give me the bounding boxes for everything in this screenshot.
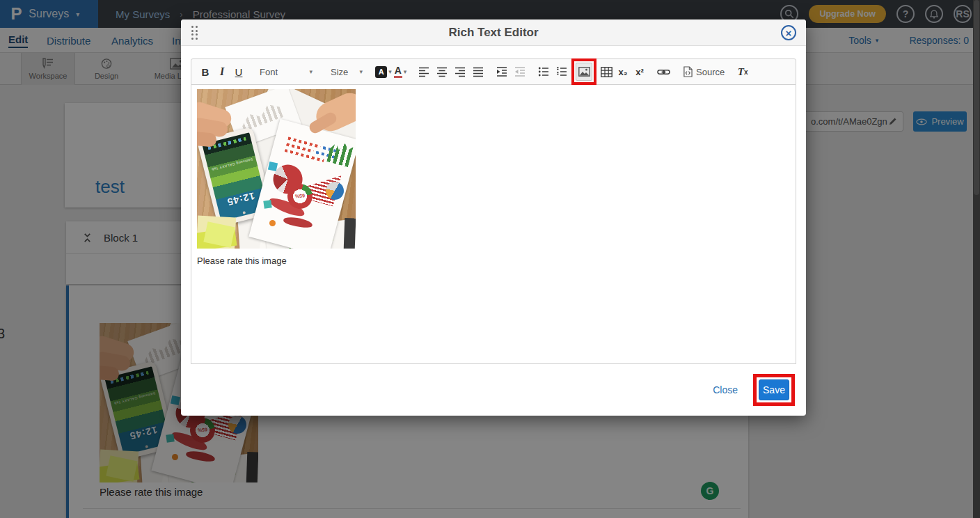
underline-button[interactable]: U [230, 63, 247, 81]
save-button-highlight: Save [753, 374, 795, 406]
text-color-chip: A [394, 65, 402, 78]
caret-down-icon: ▾ [359, 68, 363, 75]
editor-text[interactable]: Please rate this image [197, 256, 790, 266]
chart-sketch [238, 100, 283, 132]
app-window: P Surveys ▾ My Surveys › Professional Su… [0, 0, 980, 518]
editor-content-area[interactable]: Samsung GALAXY Tab 12:45 [191, 85, 796, 364]
background-color-button[interactable]: A ▾ [375, 63, 392, 81]
background-color-chip: A [375, 66, 387, 78]
bar-chart-green [326, 140, 354, 167]
indent-button[interactable] [493, 63, 510, 81]
align-center-button[interactable] [434, 63, 450, 81]
sticker-dot [269, 220, 276, 226]
image-button-highlight [571, 58, 596, 85]
modal-close-icon[interactable]: × [781, 25, 796, 40]
align-right-button[interactable] [452, 63, 468, 81]
justify-button[interactable] [470, 63, 487, 81]
italic-button[interactable]: I [214, 63, 230, 81]
superscript-button[interactable]: x² [631, 63, 648, 81]
drag-handle-icon[interactable] [191, 26, 198, 40]
modal-footer: Close Save [181, 364, 806, 416]
remove-format-t: T [738, 66, 744, 78]
source-doc-icon [683, 66, 693, 77]
font-dropdown[interactable]: Font ▾ [255, 63, 317, 81]
save-button[interactable]: Save [759, 379, 789, 400]
remove-format-x: x [744, 68, 748, 76]
image-button[interactable] [576, 63, 592, 81]
modal-header: Rich Text Editor × [181, 19, 806, 46]
donut-label: 65% [286, 182, 313, 210]
editor-image[interactable]: Samsung GALAXY Tab 12:45 [197, 89, 356, 249]
close-button[interactable]: Close [713, 384, 738, 395]
home-button [242, 211, 246, 214]
size-dropdown[interactable]: Size ▾ [326, 63, 367, 81]
numbered-list-button[interactable] [553, 63, 570, 81]
donut-chart: 65% [285, 181, 315, 212]
caret-down-icon: ▾ [404, 68, 407, 75]
area-chart [283, 216, 313, 228]
align-left-button[interactable] [416, 63, 432, 81]
laptop-edge [343, 218, 356, 249]
source-button-label: Source [696, 67, 725, 77]
source-button[interactable]: Source [680, 63, 727, 81]
link-button[interactable] [655, 63, 672, 81]
bold-button[interactable]: B [197, 63, 214, 81]
device-label: Samsung GALAXY Tab [208, 157, 256, 173]
modal-title: Rich Text Editor [181, 19, 806, 46]
subscript-button[interactable]: x₂ [615, 63, 631, 81]
modal-body: B I U Font ▾ Size ▾ A ▾ A ▾ [181, 58, 806, 364]
bullet-list-button[interactable] [535, 63, 552, 81]
editor-toolbar: B I U Font ▾ Size ▾ A ▾ A ▾ [191, 58, 796, 85]
table-button[interactable] [598, 63, 615, 81]
text-color-button[interactable]: A ▾ [392, 63, 409, 81]
sticky-tab [268, 162, 278, 171]
caret-down-icon: ▾ [309, 68, 313, 75]
sticky-tab [263, 200, 271, 208]
size-dropdown-label: Size [331, 67, 348, 77]
remove-format-button[interactable]: Tx [734, 63, 751, 81]
font-dropdown-label: Font [260, 67, 278, 77]
outdent-button[interactable] [512, 63, 528, 81]
rich-text-editor-modal: Rich Text Editor × B I U Font ▾ Size ▾ A… [181, 19, 806, 416]
